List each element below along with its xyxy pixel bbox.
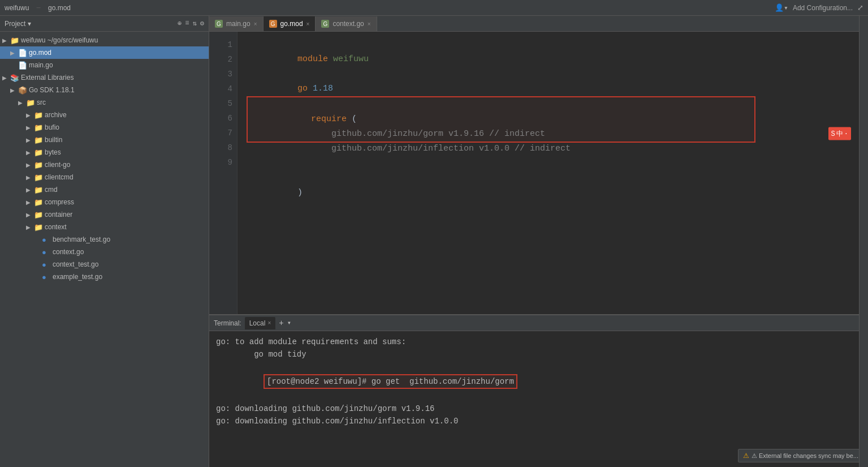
app-title: weifuwu <box>5 4 29 12</box>
chevron-icon: ▶ <box>26 199 34 205</box>
tree-item-archive[interactable]: ▶ 📁 archive <box>0 109 209 121</box>
terminal-line-2: go mod tidy <box>216 348 852 361</box>
tab-maingo[interactable]: G main.go × <box>209 16 264 31</box>
tree-item-bytes[interactable]: ▶ 📁 bytes <box>0 146 209 158</box>
add-config-button[interactable]: Add Configuration... <box>793 4 853 12</box>
tab-contextgo[interactable]: G context.go × <box>316 16 377 31</box>
ext-file-text[interactable]: ⚠ External file changes sync may be... <box>752 452 858 460</box>
folder-icon: 📁 <box>34 211 43 219</box>
terminal-add-button[interactable]: + <box>279 319 283 328</box>
tree-item-container[interactable]: ▶ 📁 container <box>0 208 209 221</box>
folder-icon: 📁 <box>34 161 43 169</box>
sidebar-title: Project ▾ <box>5 20 31 28</box>
structure-panel: Structure <box>859 16 868 467</box>
tree-item-root[interactable]: ▶ 📁 weifuwu ~/go/src/weifuwu <box>0 34 209 46</box>
code-editor: 1 2 3 4 5 6 7 8 9 module weifuwu go 1. <box>209 32 859 314</box>
tab-close-button[interactable]: × <box>368 21 371 27</box>
chevron-icon: ▶ <box>26 187 34 193</box>
chevron-icon: ▶ <box>26 174 34 181</box>
tree-item-compress[interactable]: ▶ 📁 compress <box>0 196 209 208</box>
tree-item-context[interactable]: ▶ 📁 context <box>0 221 209 233</box>
tree-label: cmd <box>45 186 206 194</box>
main-layout: Project ▾ ⊕ ≡ ⇅ ⚙ ▶ 📁 weifuwu ~/go/src/w… <box>0 16 868 467</box>
tree-item-gomod[interactable]: ▶ 📄 go.mod <box>0 46 209 59</box>
code-line-5: require ( <box>250 97 752 112</box>
chevron-icon <box>34 262 42 268</box>
tab-bar: G main.go × G go.mod × G context.go × <box>209 16 859 32</box>
go-file-icon: ● <box>42 260 51 269</box>
chevron-icon: ▶ <box>18 100 26 106</box>
sidebar-gear-icon[interactable]: ⚙ <box>200 19 204 28</box>
tree-item-src[interactable]: ▶ 📁 src <box>0 96 209 109</box>
package-icon: 📦 <box>18 86 27 95</box>
tree-label: compress <box>45 198 206 206</box>
tree-label: External Libraries <box>21 74 206 82</box>
tree-item-clientcmd[interactable]: ▶ 📁 clientcmd <box>0 171 209 183</box>
tree-item-cmd[interactable]: ▶ 📁 cmd <box>0 183 209 196</box>
tree-label: bytes <box>45 148 206 156</box>
chevron-icon: ▶ <box>2 75 10 81</box>
toolbar-icons: 👤▾ Add Configuration... ⤢ <box>775 3 863 12</box>
tab-label: go.mod <box>280 20 303 28</box>
tree-item-benchmark[interactable]: ● benchmark_test.go <box>0 233 209 246</box>
tree-label: main.go <box>29 61 206 69</box>
tree-label: context_test.go <box>53 260 206 268</box>
tree-label: src <box>37 98 206 106</box>
tab-label: context.go <box>332 20 364 28</box>
folder-icon: 📁 <box>34 223 43 232</box>
go-file-icon: ● <box>42 235 51 244</box>
expand-icon[interactable]: ⤢ <box>857 3 863 12</box>
terminal-line-5: go: downloading github.com/jinzhu/inflec… <box>216 415 852 427</box>
folder-icon: 📁 <box>34 198 43 207</box>
sidebar-sort-icon[interactable]: ⇅ <box>193 19 197 28</box>
tree-label: context.go <box>53 248 206 256</box>
tab-file-icon: G <box>269 20 277 28</box>
terminal-command: [root@node2 weifuwu]# go get github.com/… <box>264 374 517 389</box>
ime-chinese-icon: 中 <box>836 129 843 139</box>
tab-close-button[interactable]: × <box>306 21 310 27</box>
folder-icon: 📁 <box>10 36 19 45</box>
sidebar-scope-icon[interactable]: ⊕ <box>178 19 182 28</box>
title-sep: – <box>36 3 41 13</box>
code-content[interactable]: module weifuwu go 1.18 require ( <box>237 32 859 314</box>
chevron-icon <box>34 237 42 243</box>
user-icon[interactable]: 👤▾ <box>775 3 788 12</box>
tab-close-button[interactable]: × <box>254 21 257 27</box>
editor-area: G main.go × G go.mod × G context.go × 1 … <box>209 16 859 467</box>
terminal-content[interactable]: go: to add module requirements and sums:… <box>209 331 859 467</box>
go-file-icon: ● <box>42 273 51 281</box>
tree-item-maingo[interactable]: 📄 main.go <box>0 59 209 71</box>
tree-item-ext-libs[interactable]: ▶ 📚 External Libraries <box>0 71 209 84</box>
tree-item-builtin[interactable]: ▶ 📁 builtin <box>0 134 209 146</box>
chevron-icon <box>10 62 18 68</box>
code-line-4 <box>247 82 850 96</box>
tab-gomod[interactable]: G go.mod × <box>264 16 316 31</box>
chevron-icon: ▶ <box>26 162 34 168</box>
terminal-tab-close[interactable]: × <box>267 320 271 326</box>
tree-item-gosdk[interactable]: ▶ 📦 Go SDK 1.18.1 <box>0 84 209 96</box>
chevron-icon: ▶ <box>26 212 34 218</box>
sidebar-list-icon[interactable]: ≡ <box>185 19 189 28</box>
tree-label: client-go <box>45 161 206 169</box>
terminal-tab-local[interactable]: Local × <box>245 317 276 329</box>
folder-icon: 📁 <box>34 173 43 182</box>
terminal-down-button[interactable]: ▾ <box>287 319 291 327</box>
terminal-line-1: go: to add module requirements and sums: <box>216 336 852 348</box>
tree-label: example_test.go <box>53 273 206 281</box>
folder-icon: 📁 <box>26 98 35 107</box>
terminal-tab-label: Local <box>249 319 266 327</box>
require-block-highlight: require ( github.com/jinzhu/gorm v1.9.16… <box>247 96 755 143</box>
chevron-icon: ▶ <box>26 125 34 131</box>
tree-item-client-go[interactable]: ▶ 📁 client-go <box>0 158 209 171</box>
tree-label: archive <box>45 111 206 119</box>
tree-item-example-test[interactable]: ● example_test.go <box>0 271 209 283</box>
folder-icon: 📁 <box>34 123 43 132</box>
terminal-area: Terminal: Local × + ▾ go: to add module … <box>209 314 859 467</box>
tree-item-context-test[interactable]: ● context_test.go <box>0 258 209 271</box>
library-icon: 📚 <box>10 74 19 82</box>
tree-label: weifuwu ~/go/src/weifuwu <box>21 36 206 44</box>
tree-item-context-go[interactable]: ● context.go <box>0 246 209 258</box>
file-tree: ▶ 📁 weifuwu ~/go/src/weifuwu ▶ 📄 go.mod … <box>0 32 209 467</box>
sidebar: Project ▾ ⊕ ≡ ⇅ ⚙ ▶ 📁 weifuwu ~/go/src/w… <box>0 16 209 467</box>
tree-item-bufio[interactable]: ▶ 📁 bufio <box>0 121 209 134</box>
